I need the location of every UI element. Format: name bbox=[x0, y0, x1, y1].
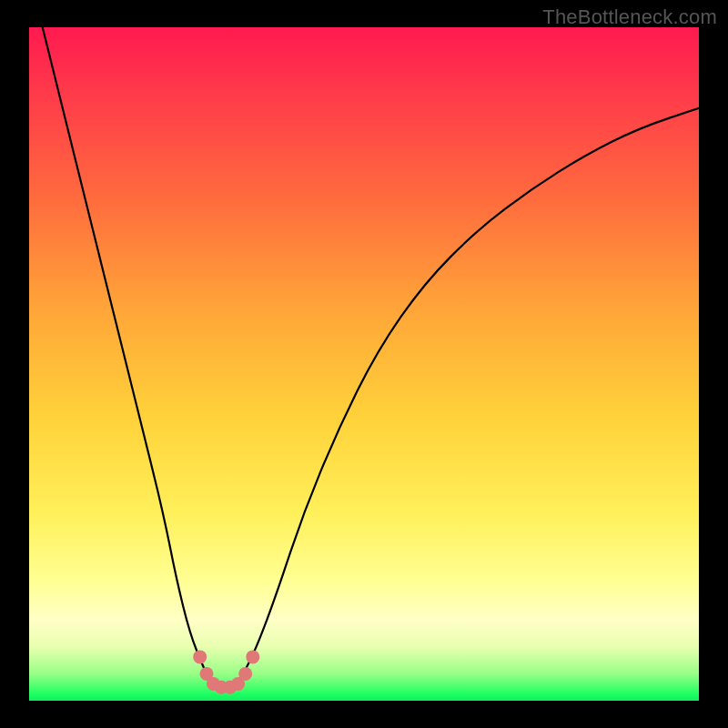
chart-frame: TheBottleneck.com bbox=[0, 0, 728, 728]
marker-dot bbox=[246, 650, 259, 663]
marker-dot bbox=[193, 650, 207, 663]
watermark-text: TheBottleneck.com bbox=[542, 5, 717, 29]
bottleneck-curve bbox=[43, 27, 699, 687]
marker-dot bbox=[238, 667, 252, 681]
chart-plot-area bbox=[29, 27, 699, 701]
bottom-marker-dots bbox=[193, 650, 259, 693]
chart-svg bbox=[29, 27, 699, 701]
